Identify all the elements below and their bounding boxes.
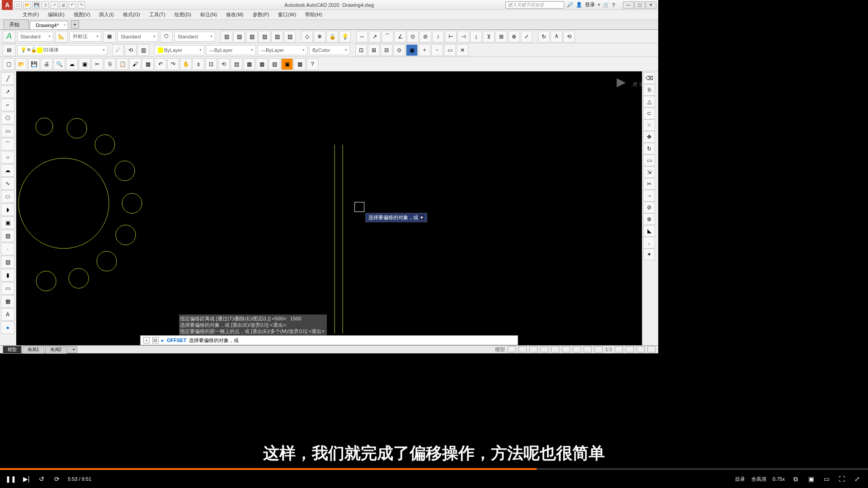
- zoom-ext[interactable]: ✕: [457, 44, 468, 56]
- dsm-icon[interactable]: ▦: [243, 58, 255, 70]
- menu-dim[interactable]: 标注(N): [196, 11, 222, 18]
- sb-snap[interactable]: [519, 346, 527, 352]
- join-tool[interactable]: ⊕: [643, 213, 655, 225]
- dim-rad[interactable]: ⊙: [407, 31, 419, 42]
- stretch-tool[interactable]: ⇲: [643, 166, 655, 178]
- zoom-center[interactable]: ⊙: [393, 44, 405, 56]
- zoom-in[interactable]: ＋: [419, 44, 430, 56]
- zoom-scale[interactable]: ⊟: [381, 44, 392, 56]
- ml-style-icon[interactable]: ⎔: [160, 31, 173, 42]
- dim-update[interactable]: ↻: [538, 31, 550, 42]
- zoom-w-icon[interactable]: ⊡: [205, 58, 217, 70]
- qat-print-icon[interactable]: 🖨: [60, 1, 67, 9]
- redo2-icon[interactable]: ↷: [167, 58, 179, 70]
- break-tool[interactable]: ⊘: [643, 202, 655, 213]
- qat-redo-icon[interactable]: ↷: [78, 1, 85, 9]
- publish-icon[interactable]: ☁: [66, 58, 78, 70]
- point-tool[interactable]: ·: [1, 243, 14, 255]
- xline-tool[interactable]: ↗: [1, 85, 14, 98]
- catalog-button[interactable]: 目录: [735, 476, 745, 483]
- ellipse-tool[interactable]: ⬭: [1, 190, 14, 203]
- earc-tool[interactable]: ◗: [1, 203, 14, 216]
- qat-saveas-icon[interactable]: ⎙: [42, 1, 49, 9]
- tp-icon[interactable]: ▨: [269, 58, 280, 70]
- maximize-button[interactable]: ▢: [634, 1, 645, 9]
- app-icon[interactable]: A: [2, 0, 13, 10]
- cut-icon[interactable]: ✂: [91, 58, 103, 70]
- array-tool[interactable]: ⁙: [643, 119, 655, 131]
- save-icon[interactable]: 💾: [28, 58, 40, 70]
- menu-window[interactable]: 窗口(W): [274, 11, 301, 18]
- capture-icon[interactable]: ▣: [807, 474, 816, 483]
- tab-start[interactable]: 开始: [4, 19, 29, 29]
- block2-tool[interactable]: ▨: [1, 230, 14, 242]
- sb-max[interactable]: [626, 346, 634, 352]
- preview-icon[interactable]: 🔍: [53, 58, 65, 70]
- 3d-icon[interactable]: ▣: [79, 58, 90, 70]
- dim-arc[interactable]: ⌒: [382, 31, 393, 42]
- zoom-p-icon[interactable]: ⟲: [218, 58, 230, 70]
- infocenter-icon[interactable]: 🔎: [567, 2, 573, 8]
- pan-icon[interactable]: ✋: [180, 58, 192, 70]
- insert-tool[interactable]: ▣: [1, 216, 14, 229]
- menu-insert[interactable]: 插入(I): [94, 11, 118, 18]
- zoom-rt-icon[interactable]: ±: [193, 58, 204, 70]
- scale-tool[interactable]: ▭: [643, 155, 655, 166]
- chamfer-tool[interactable]: ◣: [643, 225, 655, 237]
- paste-icon[interactable]: 📋: [117, 58, 128, 70]
- sb-polar[interactable]: [540, 346, 548, 352]
- gradient-tool[interactable]: ▮: [1, 269, 14, 282]
- copy-icon[interactable]: ⎘: [104, 58, 116, 70]
- pline-tool[interactable]: ⌐: [1, 99, 14, 111]
- dim-style-combo[interactable]: 外标注: [70, 32, 101, 42]
- text-style-icon[interactable]: A: [3, 31, 15, 42]
- replay-button[interactable]: ↺: [37, 474, 46, 483]
- dim-ord[interactable]: ↕: [432, 31, 444, 42]
- menu-tools[interactable]: 工具(T): [145, 11, 170, 18]
- line-tool[interactable]: ╱: [1, 72, 14, 85]
- dim-reassoc[interactable]: ⟲: [563, 31, 575, 42]
- layer-freeze[interactable]: ❄: [314, 31, 326, 42]
- exchange-icon[interactable]: 🛒: [603, 2, 609, 8]
- hatch-tool[interactable]: ▨: [1, 256, 14, 268]
- undo2-icon[interactable]: ↶: [155, 58, 166, 70]
- menu-file[interactable]: 文件(F): [18, 11, 43, 18]
- dim-tol[interactable]: ⊞: [495, 31, 507, 42]
- pause-button[interactable]: ❚❚: [6, 474, 15, 483]
- table-style-icon[interactable]: ▦: [103, 31, 116, 42]
- speed-button[interactable]: 0.75x: [773, 476, 785, 482]
- dim-cont[interactable]: ⊣: [458, 31, 469, 42]
- layer-tool-2[interactable]: ▨: [233, 31, 245, 42]
- close-tab-icon[interactable]: ×: [63, 23, 66, 27]
- erase-tool[interactable]: ⌫: [643, 72, 655, 84]
- sb-3dosnap[interactable]: [562, 346, 570, 352]
- sb-gear[interactable]: [615, 346, 623, 352]
- dim-space[interactable]: ↨: [470, 31, 482, 42]
- layout2-tab[interactable]: 布局2: [45, 346, 67, 354]
- layer-tool-4[interactable]: ▨: [259, 31, 270, 42]
- mtext-tool[interactable]: A: [1, 308, 14, 321]
- minimize-button[interactable]: —: [623, 1, 634, 9]
- linetype-combo[interactable]: — ByLayer: [206, 45, 256, 55]
- layer-iso[interactable]: ◇: [301, 31, 313, 42]
- text-style-combo[interactable]: Standard: [17, 32, 53, 42]
- layer-tool-1[interactable]: ▨: [221, 31, 232, 42]
- cmd-close-icon[interactable]: ×: [143, 337, 150, 343]
- layer-props-icon[interactable]: ▤: [3, 44, 15, 56]
- props-icon[interactable]: ▤: [231, 58, 242, 70]
- add-layout[interactable]: +: [67, 346, 77, 353]
- qat-open-icon[interactable]: 📂: [24, 1, 31, 9]
- dim-break[interactable]: ⊻: [483, 31, 495, 42]
- dim-ang[interactable]: ∠: [394, 31, 406, 42]
- lineweight-combo[interactable]: — ByLayer: [258, 45, 307, 55]
- mirror-tool[interactable]: △: [643, 96, 655, 108]
- login-label[interactable]: 登录: [585, 1, 595, 8]
- search-input[interactable]: 键入关键字或短语: [505, 1, 564, 9]
- open-icon[interactable]: 📂: [15, 58, 27, 70]
- zoom-window[interactable]: ⊡: [355, 44, 367, 56]
- qat-new-icon[interactable]: ▢: [14, 1, 22, 9]
- rotate-tool[interactable]: ↻: [643, 143, 655, 155]
- zoom-out[interactable]: －: [431, 44, 443, 56]
- table-style-combo[interactable]: Standard: [118, 32, 158, 42]
- menu-param[interactable]: 参数(P): [248, 11, 274, 18]
